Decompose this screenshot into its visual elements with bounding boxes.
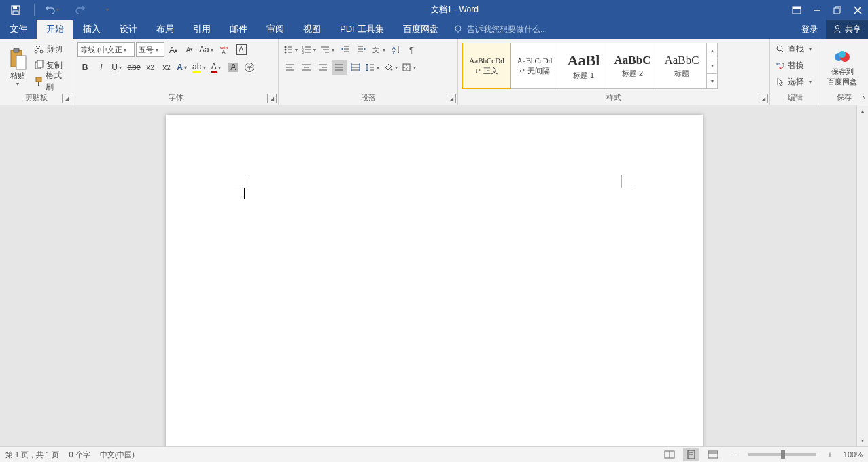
find-label: 查找 (788, 43, 804, 55)
distributed-button[interactable] (348, 60, 363, 75)
decrease-indent-button[interactable] (338, 42, 353, 57)
minimize-button[interactable] (807, 0, 827, 20)
replace-button[interactable]: abac 替换 (774, 58, 814, 73)
style-heading1[interactable]: AaBl 标题 1 (559, 43, 608, 88)
select-button[interactable]: 选择▾ (774, 74, 814, 89)
share-button[interactable]: 共享 (826, 20, 868, 39)
cloud-icon (833, 48, 852, 67)
strikethrough-button[interactable]: abc (126, 60, 141, 75)
underline-button[interactable]: U▾ (110, 60, 125, 75)
font-name-combo[interactable]: 等线 (中文正▾ (77, 42, 135, 57)
format-painter-button[interactable]: 格式刷 (33, 74, 69, 89)
undo-button[interactable]: ▾ (43, 0, 63, 20)
align-center-button[interactable] (299, 60, 314, 75)
find-button[interactable]: 查找▾ (774, 41, 814, 56)
status-language[interactable]: 中文(中国) (100, 450, 135, 460)
cut-button[interactable]: 剪切 (33, 41, 69, 56)
paste-button[interactable]: 粘贴 ▾ (4, 41, 31, 92)
enclose-characters-button[interactable]: 字 (242, 60, 257, 75)
character-shading-button[interactable]: A (226, 60, 241, 75)
show-marks-button[interactable]: ¶ (405, 42, 420, 57)
redo-button[interactable] (70, 0, 90, 20)
group-label-save: 保存 (820, 92, 868, 105)
justify-button[interactable] (332, 60, 347, 75)
chevron-down-icon[interactable]: ▾ (55, 7, 61, 13)
page[interactable] (166, 115, 703, 446)
tab-references[interactable]: 引用 (184, 20, 220, 39)
qat-customize-button[interactable]: ▾ (97, 0, 118, 20)
font-size-combo[interactable]: 五号▾ (136, 42, 164, 57)
window-controls (786, 0, 868, 20)
login-button[interactable]: 登录 (793, 20, 826, 39)
tab-review[interactable]: 审阅 (257, 20, 294, 39)
close-button[interactable] (848, 0, 868, 20)
restore-button[interactable] (827, 0, 848, 20)
style-no-spacing[interactable]: AaBbCcDd ↵ 无间隔 (510, 43, 559, 88)
tab-view[interactable]: 视图 (294, 20, 330, 39)
shading-button[interactable]: ▾ (383, 60, 400, 75)
zoom-thumb[interactable] (781, 450, 785, 459)
numbering-button[interactable]: 123▾ (301, 42, 318, 57)
line-spacing-button[interactable]: ▾ (364, 60, 381, 75)
tab-insert[interactable]: 插入 (73, 20, 110, 39)
change-case-button[interactable]: Aa▾ (198, 42, 216, 57)
print-layout-button[interactable] (683, 448, 699, 461)
tab-design[interactable]: 设计 (110, 20, 147, 39)
clipboard-launcher[interactable]: ◢ (62, 94, 71, 103)
tab-mailings[interactable]: 邮件 (220, 20, 257, 39)
font-color-button[interactable]: A▾ (209, 60, 224, 75)
web-layout-button[interactable] (705, 448, 721, 461)
window-title: 文档1 - Word (123, 4, 786, 16)
font-launcher[interactable]: ◢ (267, 94, 277, 103)
ribbon-options-button[interactable] (786, 0, 807, 20)
asian-layout-button[interactable]: 文▾ (370, 42, 387, 57)
tab-baidu[interactable]: 百度网盘 (394, 20, 448, 39)
increase-indent-button[interactable] (354, 42, 369, 57)
styles-launcher[interactable]: ◢ (759, 94, 768, 103)
subscript-button[interactable]: x2 (143, 60, 158, 75)
superscript-button[interactable]: x2 (159, 60, 174, 75)
tab-file[interactable]: 文件 (0, 20, 37, 39)
phonetic-icon: wénA (220, 44, 230, 55)
document-area[interactable] (0, 105, 868, 446)
sort-button[interactable]: AZ (389, 42, 404, 57)
highlight-button[interactable]: ab▾ (192, 60, 208, 75)
character-border-button[interactable]: A (234, 42, 249, 57)
save-button[interactable] (5, 0, 26, 20)
tab-layout[interactable]: 布局 (147, 20, 184, 39)
text-effects-button[interactable]: A▾ (175, 60, 190, 75)
scroll-down-button[interactable]: ▾ (857, 435, 868, 446)
zoom-in-button[interactable]: + (822, 448, 838, 461)
align-right-button[interactable] (315, 60, 330, 75)
tell-me-search[interactable]: 告诉我您想要做什么... (448, 20, 793, 39)
paragraph-launcher[interactable]: ◢ (447, 94, 456, 103)
style-heading2[interactable]: AaBbC 标题 2 (608, 43, 657, 88)
bold-button[interactable]: B (77, 60, 92, 75)
shrink-font-button[interactable]: A▾ (182, 42, 197, 57)
style-title[interactable]: AaBbC 标题 (657, 43, 706, 88)
status-page[interactable]: 第 1 页，共 1 页 (5, 450, 59, 460)
read-mode-button[interactable] (661, 448, 678, 461)
italic-button[interactable]: I (94, 60, 109, 75)
phonetic-guide-button[interactable]: wénA (218, 42, 232, 57)
borders-button[interactable]: ▾ (401, 60, 418, 75)
align-left-button[interactable] (283, 60, 298, 75)
paste-label: 粘贴 (10, 71, 25, 81)
zoom-slider[interactable] (748, 453, 816, 456)
gallery-expand[interactable]: ▾ (707, 74, 717, 88)
tab-pdf[interactable]: PDF工具集 (330, 20, 394, 39)
grow-font-button[interactable]: A▴ (166, 42, 181, 57)
vertical-scrollbar[interactable]: ▴ ▾ (856, 105, 868, 446)
gallery-scroll-down[interactable]: ▾ (707, 58, 717, 73)
scroll-up-button[interactable]: ▴ (857, 105, 868, 117)
tab-home[interactable]: 开始 (37, 20, 73, 39)
status-words[interactable]: 0 个字 (69, 450, 90, 460)
bullets-button[interactable]: ▾ (283, 42, 300, 57)
zoom-level[interactable]: 100% (844, 450, 863, 459)
gallery-scroll-up[interactable]: ▴ (707, 43, 717, 58)
collapse-ribbon-button[interactable]: ˄ (862, 96, 865, 103)
zoom-out-button[interactable]: − (727, 448, 743, 461)
multilevel-list-button[interactable]: ▾ (319, 42, 336, 57)
save-to-baidu-button[interactable]: 保存到 百度网盘 (824, 41, 860, 92)
style-normal[interactable]: AaBbCcDd ↵ 正文 (462, 43, 511, 89)
